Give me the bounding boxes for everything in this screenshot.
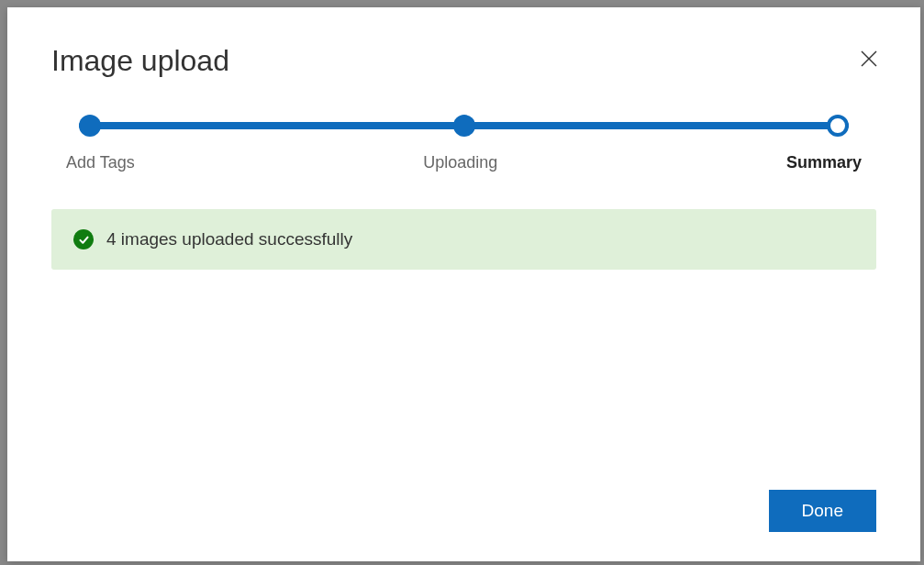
step-label-summary: Summary bbox=[786, 153, 862, 172]
upload-dialog: Image upload Add Tags Uploading Summary bbox=[7, 7, 920, 561]
step-dots bbox=[79, 115, 849, 137]
dialog-footer: Done bbox=[7, 490, 920, 561]
step-dot-summary bbox=[827, 115, 849, 137]
step-track bbox=[79, 115, 849, 137]
step-label-uploading: Uploading bbox=[423, 153, 497, 172]
done-button[interactable]: Done bbox=[769, 490, 876, 532]
progress-stepper: Add Tags Uploading Summary bbox=[66, 115, 862, 172]
close-button[interactable] bbox=[854, 44, 884, 76]
step-dot-add-tags bbox=[79, 115, 101, 137]
dialog-content: 4 images uploaded successfully bbox=[7, 172, 920, 490]
step-dot-uploading bbox=[453, 115, 475, 137]
success-message: 4 images uploaded successfully bbox=[106, 229, 352, 249]
close-icon bbox=[858, 48, 880, 72]
dialog-header: Image upload bbox=[7, 7, 920, 78]
checkmark-icon bbox=[73, 229, 94, 249]
dialog-title: Image upload bbox=[51, 44, 229, 78]
success-banner: 4 images uploaded successfully bbox=[51, 209, 876, 270]
step-label-add-tags: Add Tags bbox=[66, 153, 135, 172]
step-labels: Add Tags Uploading Summary bbox=[66, 153, 862, 172]
